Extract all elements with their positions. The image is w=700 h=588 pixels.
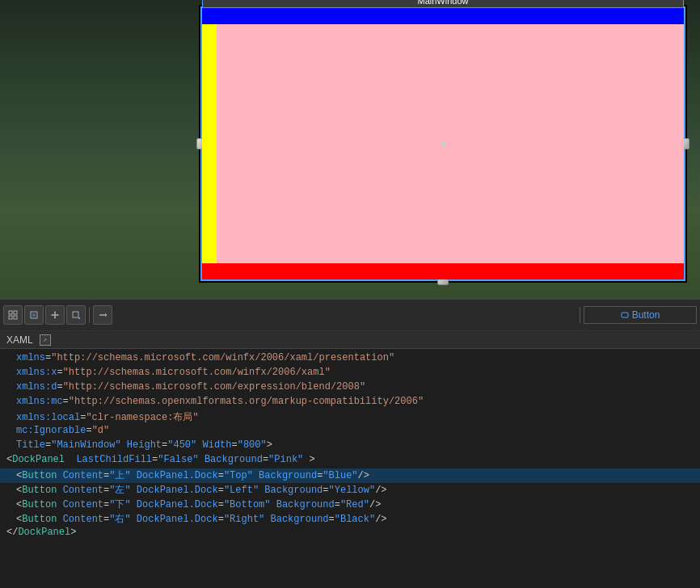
svg-rect-0 (9, 311, 12, 314)
toolbar-btn-move[interactable] (45, 305, 65, 325)
toolbar-sep-right (580, 307, 580, 323)
xaml-header: XAML ↗ (0, 331, 700, 349)
svg-rect-2 (9, 316, 12, 319)
center-dot (441, 141, 445, 146)
toolbar: Button (0, 299, 700, 331)
toolbar-button-dropdown[interactable]: Button (584, 306, 697, 324)
toolbar-btn-select[interactable] (24, 305, 44, 325)
design-surface: MainWindow (0, 0, 700, 299)
button-icon (621, 311, 629, 319)
svg-rect-1 (14, 311, 17, 314)
dock-left-button (202, 24, 217, 263)
svg-rect-6 (73, 312, 78, 317)
svg-rect-3 (14, 316, 17, 319)
dock-bottom-button (202, 263, 684, 279)
window-titlebar: MainWindow (202, 0, 684, 8)
xaml-label: XAML (6, 334, 33, 346)
external-link-icon[interactable]: ↗ (40, 334, 51, 346)
code-line: <DockPanel LastChildFill="False" Backgro… (0, 454, 700, 468)
dock-panel (202, 8, 684, 279)
button-label: Button (632, 309, 660, 321)
dock-top-button (202, 8, 684, 24)
code-line: mc:Ignorable="d" (0, 425, 700, 439)
svg-rect-5 (32, 313, 36, 317)
code-line: xmlns:mc="http://schemas.openxmlformats.… (0, 396, 700, 410)
window-title: MainWindow (418, 0, 469, 6)
code-line: xmlns:local="clr-namespace:布局" (0, 410, 700, 425)
xaml-panel: XAML ↗ xmlns="http://schemas.microsoft.c… (0, 331, 700, 588)
code-line: <Button Content="右" DockPanel.Dock="Righ… (0, 512, 700, 527)
toolbar-btn-extra[interactable] (93, 305, 112, 325)
window-frame[interactable]: MainWindow (200, 6, 685, 281)
code-line: xmlns="http://schemas.microsoft.com/winf… (0, 352, 700, 367)
toolbar-btn-grid[interactable] (3, 305, 23, 325)
toolbar-btn-resize[interactable] (66, 305, 86, 325)
code-line-selected: <Button Content="上" DockPanel.Dock="Top"… (0, 468, 700, 483)
svg-rect-7 (622, 313, 628, 317)
toolbar-separator (89, 307, 90, 323)
code-line: <Button Content="左" DockPanel.Dock="Left… (0, 483, 700, 498)
code-line: xmlns:d="http://schemas.microsoft.com/ex… (0, 381, 700, 396)
code-area: xmlns="http://schemas.microsoft.com/winf… (0, 349, 700, 588)
code-line: <Button Content="下" DockPanel.Dock="Bott… (0, 498, 700, 512)
code-line: Title="MainWindow" Height="450" Width="8… (0, 439, 700, 454)
code-line: </DockPanel> (0, 527, 700, 541)
code-line: xmlns:x="http://schemas.microsoft.com/wi… (0, 367, 700, 381)
